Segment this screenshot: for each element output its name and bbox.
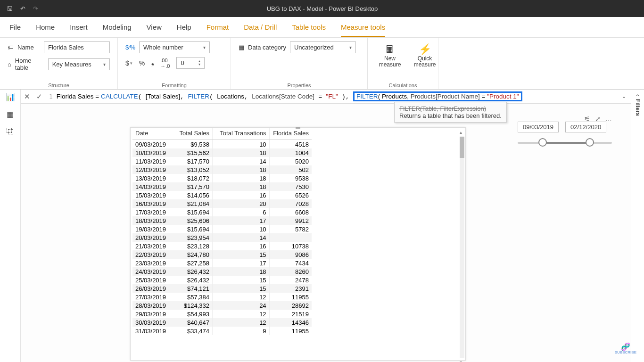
dna-icon: 🧬 bbox=[615, 343, 636, 351]
table-row[interactable]: 22/03/2019$24,780159086 bbox=[132, 250, 312, 259]
group-formatting-label: Formatting bbox=[125, 81, 223, 88]
name-input[interactable]: Florida Sales bbox=[44, 41, 110, 53]
tab-tabletools[interactable]: Table tools bbox=[292, 23, 326, 31]
report-canvas[interactable]: ⚟ ⤢ … 09/03/2019 02/12/2020 Date Total S… bbox=[21, 104, 631, 362]
resize-handle-top[interactable] bbox=[296, 127, 300, 129]
data-table: Date Total Sales Total Transations Flori… bbox=[132, 128, 312, 335]
table-row[interactable]: 16/03/2019$21,084207028 bbox=[132, 199, 312, 208]
table-row[interactable]: 11/03/2019$17,570145020 bbox=[132, 157, 312, 165]
tab-measuretools[interactable]: Measure tools bbox=[341, 23, 385, 37]
cancel-formula-button[interactable]: ✕ bbox=[21, 92, 33, 101]
col-total-transactions[interactable]: Total Transations bbox=[213, 128, 270, 140]
tab-help[interactable]: Help bbox=[177, 23, 191, 31]
model-view-icon[interactable]: ⿻ bbox=[7, 127, 14, 136]
intellisense-tooltip: FILTER(Table, FilterExpression) Returns … bbox=[394, 102, 507, 123]
table-header-row: Date Total Sales Total Transations Flori… bbox=[132, 128, 312, 140]
expand-formula-icon[interactable]: ⌄ bbox=[622, 93, 631, 99]
hometable-select[interactable]: Key Measures bbox=[48, 58, 110, 70]
group-calculations-label: Calculations bbox=[375, 81, 430, 88]
data-view-icon[interactable]: ▦ bbox=[7, 110, 14, 119]
commit-formula-button[interactable]: ✓ bbox=[33, 92, 45, 101]
table-row[interactable]: 13/03/2019$18,072189538 bbox=[132, 174, 312, 182]
col-date[interactable]: Date bbox=[132, 128, 174, 140]
subscribe-watermark: 🧬 SUBSCRIBE bbox=[615, 343, 636, 354]
table-row[interactable]: 18/03/2019$25,606179912 bbox=[132, 216, 312, 225]
format-select[interactable]: Whole number bbox=[139, 41, 210, 53]
datacategory-select[interactable]: Uncategorized bbox=[290, 41, 356, 53]
decimals-stepper[interactable]: 0 ▴▾ bbox=[176, 57, 205, 69]
tab-modeling[interactable]: Modeling bbox=[103, 23, 132, 31]
view-rail: 📊 ▦ ⿻ bbox=[0, 90, 21, 362]
calculator-icon: 🖩 bbox=[378, 43, 402, 56]
table-row[interactable]: 26/03/2019$74,121152391 bbox=[132, 284, 312, 293]
date-slicer[interactable]: ⚟ ⤢ … 09/03/2019 02/12/2020 bbox=[518, 115, 612, 148]
ribbon: 🏷 Name Florida Sales ⌂ Home table Key Me… bbox=[0, 38, 644, 90]
table-row[interactable]: 14/03/2019$17,570187530 bbox=[132, 182, 312, 191]
decimal-button[interactable]: .00→.0 bbox=[160, 58, 170, 69]
table-row[interactable]: 27/03/2019$57,3841211955 bbox=[132, 293, 312, 301]
tag-icon: 🏷 bbox=[8, 44, 14, 51]
save-icon[interactable]: 🖫 bbox=[7, 5, 13, 12]
format-icon: $⁄% bbox=[125, 44, 135, 51]
formula-bar[interactable]: ✕ ✓ 1 Florida Sales = CALCULATE( [Total … bbox=[21, 90, 631, 104]
table-row[interactable]: 23/03/2019$27,258177434 bbox=[132, 259, 312, 267]
table-row[interactable]: 15/03/2019$14,056166526 bbox=[132, 191, 312, 199]
home-icon: ⌂ bbox=[8, 61, 11, 68]
redo-icon[interactable]: ↷ bbox=[33, 5, 38, 12]
quick-measure-button[interactable]: ⚡ Quick measure bbox=[410, 43, 439, 68]
table-row[interactable]: 31/03/2019$33,474911955 bbox=[132, 327, 312, 335]
report-view-icon[interactable]: 📊 bbox=[6, 92, 15, 101]
active-edit-region[interactable]: FILTER( Products, Products[Product Name]… bbox=[353, 91, 522, 101]
datacategory-icon: ▦ bbox=[239, 44, 244, 51]
table-row[interactable]: 28/03/2019$124,3322428692 bbox=[132, 301, 312, 310]
new-measure-button[interactable]: 🖩 New measure bbox=[375, 43, 405, 68]
table-row[interactable]: 09/03/2019$9,538104518 bbox=[132, 140, 312, 149]
ribbon-tabs: File Home Insert Modeling View Help Form… bbox=[0, 17, 644, 38]
table-row[interactable]: 24/03/2019$26,432188260 bbox=[132, 267, 312, 276]
slider-handle-start[interactable] bbox=[538, 138, 547, 147]
vertical-scrollbar[interactable] bbox=[460, 136, 464, 358]
tab-file[interactable]: File bbox=[9, 23, 21, 31]
datacategory-label: Data category bbox=[248, 44, 286, 51]
table-row[interactable]: 10/03/2019$15,562181004 bbox=[132, 148, 312, 157]
table-row[interactable]: 30/03/2019$40,6471214346 bbox=[132, 318, 312, 327]
percent-button[interactable]: % bbox=[139, 59, 145, 67]
table-row[interactable]: 20/03/2019$23,95414 bbox=[132, 233, 312, 242]
hometable-label: Home table bbox=[15, 57, 44, 71]
col-florida-sales[interactable]: Florida Sales bbox=[269, 128, 312, 140]
lightning-icon: ⚡ bbox=[413, 43, 437, 56]
slider-handle-end[interactable] bbox=[586, 138, 594, 147]
table-row[interactable]: 21/03/2019$23,1281610738 bbox=[132, 242, 312, 250]
tab-home[interactable]: Home bbox=[36, 23, 55, 31]
group-properties-label: Properties bbox=[239, 81, 360, 88]
chevron-left-icon: ‹ bbox=[635, 94, 641, 96]
undo-icon[interactable]: ↶ bbox=[20, 5, 25, 12]
date-to-input[interactable]: 02/12/2020 bbox=[565, 122, 606, 132]
tab-datadrill[interactable]: Data / Drill bbox=[244, 23, 277, 31]
currency-button[interactable]: $ bbox=[125, 59, 129, 67]
col-total-sales[interactable]: Total Sales bbox=[174, 128, 213, 140]
tab-format[interactable]: Format bbox=[206, 23, 229, 31]
date-from-input[interactable]: 09/03/2019 bbox=[518, 122, 559, 132]
name-label: Name bbox=[17, 44, 34, 51]
tab-view[interactable]: View bbox=[147, 23, 162, 31]
title-bar: 🖫 ↶ ↷ UBG to DAX - Model - Power BI Desk… bbox=[0, 0, 644, 17]
tab-insert[interactable]: Insert bbox=[70, 23, 88, 31]
table-row[interactable]: 19/03/2019$15,694105782 bbox=[132, 225, 312, 233]
table-row[interactable]: 12/03/2019$13,05218502 bbox=[132, 165, 312, 174]
comma-button[interactable]: ❟ bbox=[151, 59, 154, 67]
filters-pane-collapsed[interactable]: ‹ Filters bbox=[631, 90, 644, 362]
date-range-slider[interactable] bbox=[518, 137, 612, 148]
line-number: 1 bbox=[45, 93, 57, 100]
table-visual[interactable]: Date Total Sales Total Transations Flori… bbox=[130, 127, 466, 361]
group-structure-label: Structure bbox=[8, 81, 110, 88]
table-row[interactable]: 17/03/2019$15,69466608 bbox=[132, 208, 312, 216]
table-row[interactable]: 29/03/2019$54,9931221519 bbox=[132, 310, 312, 318]
table-row[interactable]: 25/03/2019$26,432152478 bbox=[132, 276, 312, 284]
formula-code[interactable]: Florida Sales = CALCULATE( [Total Sales]… bbox=[57, 91, 522, 101]
window-title: UBG to DAX - Model - Power BI Desktop bbox=[38, 5, 606, 12]
filters-label: Filters bbox=[635, 99, 641, 116]
